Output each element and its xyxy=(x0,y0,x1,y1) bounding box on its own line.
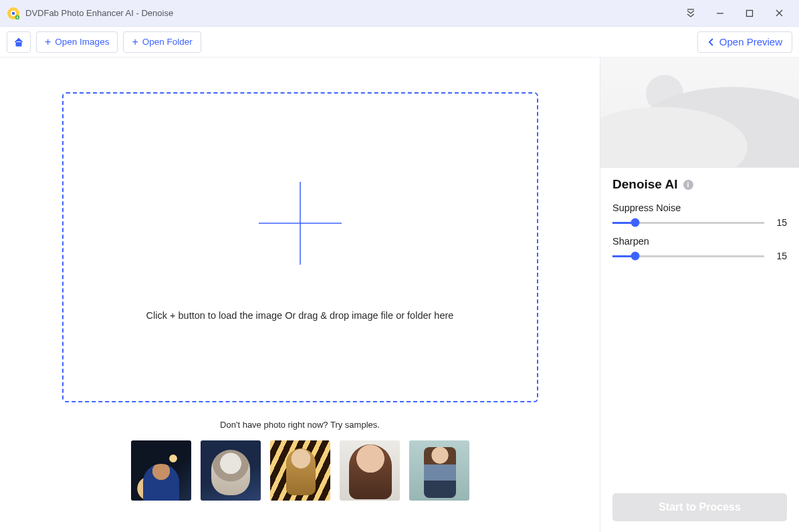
app-title: DVDFab Photo Enhancer AI - Denoise xyxy=(25,8,676,18)
minimize-button[interactable] xyxy=(705,0,735,27)
open-images-label: Open Images xyxy=(55,37,109,47)
samples-row xyxy=(131,440,469,501)
slider-sharpen: Sharpen 15 xyxy=(612,236,787,261)
slider-label: Sharpen xyxy=(612,236,787,247)
info-icon[interactable]: i xyxy=(683,180,693,190)
sample-thumbnail-4[interactable] xyxy=(340,440,400,501)
home-button[interactable] xyxy=(7,31,31,53)
dropzone-plus-icon xyxy=(257,180,343,269)
titlebar: DVDFab Photo Enhancer AI - Denoise xyxy=(0,0,799,27)
plus-icon: + xyxy=(132,37,138,47)
open-preview-label: Open Preview xyxy=(719,36,782,47)
app-logo-icon xyxy=(7,7,20,20)
side-panel: Denoise AI i Suppress Noise 15 Sharpen xyxy=(600,57,799,532)
slider-label: Suppress Noise xyxy=(612,203,787,213)
sharpen-slider[interactable] xyxy=(612,255,764,257)
open-images-button[interactable]: + Open Images xyxy=(36,31,118,53)
start-process-button[interactable]: Start to Process xyxy=(612,493,787,521)
svg-point-2 xyxy=(12,11,15,15)
start-process-label: Start to Process xyxy=(659,501,741,513)
sample-thumbnail-5[interactable] xyxy=(409,440,469,501)
open-folder-button[interactable]: + Open Folder xyxy=(123,31,201,53)
titlebar-menu-button[interactable] xyxy=(676,0,705,27)
side-preview-placeholder xyxy=(600,57,799,168)
maximize-button[interactable] xyxy=(735,0,764,27)
close-button[interactable] xyxy=(764,0,794,27)
main-column: Click + button to load the image Or drag… xyxy=(0,57,600,532)
chevron-left-icon xyxy=(707,37,714,47)
sample-thumbnail-1[interactable] xyxy=(131,440,191,501)
open-preview-button[interactable]: Open Preview xyxy=(697,31,792,53)
image-dropzone[interactable]: Click + button to load the image Or drag… xyxy=(62,92,538,402)
sharpen-value: 15 xyxy=(771,251,787,261)
suppress-noise-value: 15 xyxy=(771,217,787,228)
samples-caption: Don't have photo right now? Try samples. xyxy=(220,420,380,430)
sample-thumbnail-3[interactable] xyxy=(270,440,330,501)
sample-thumbnail-2[interactable] xyxy=(201,440,261,501)
toolbar: + Open Images + Open Folder Open Preview xyxy=(0,27,799,57)
plus-icon: + xyxy=(45,37,51,47)
home-icon xyxy=(13,37,24,47)
dropzone-hint: Click + button to load the image Or drag… xyxy=(146,310,454,321)
suppress-noise-slider[interactable] xyxy=(612,222,764,224)
slider-suppress-noise: Suppress Noise 15 xyxy=(612,203,787,228)
svg-rect-4 xyxy=(747,10,753,16)
open-folder-label: Open Folder xyxy=(142,37,193,47)
panel-title: Denoise AI xyxy=(612,177,678,192)
